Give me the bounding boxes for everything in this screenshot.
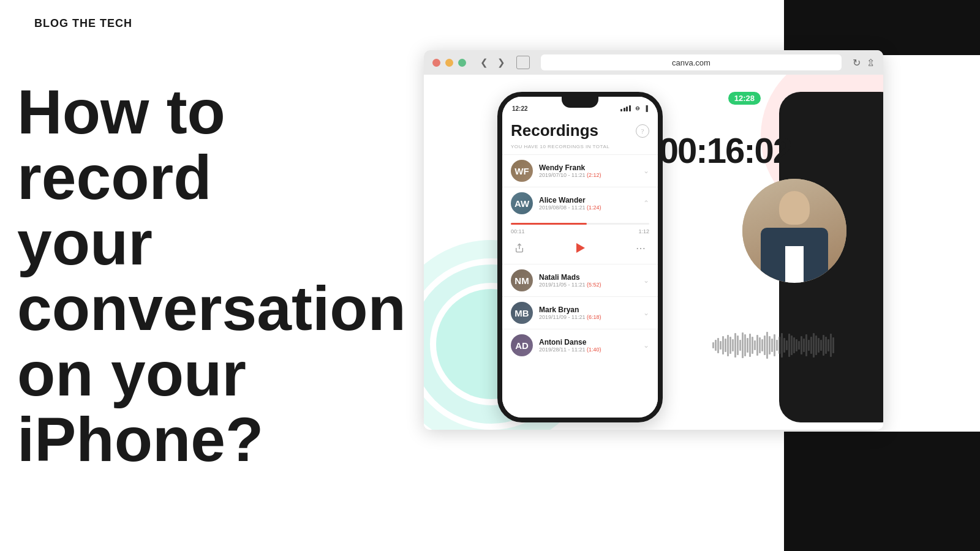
avatar-wendy: WF [511, 160, 533, 182]
waveform-bar [727, 335, 729, 356]
waveform-bar [788, 334, 790, 357]
recordings-count: YOU HAVE 10 RECORDINGS IN TOTAL [502, 144, 658, 154]
blog-title: BLOG THE TECH [34, 17, 132, 30]
headline-line2: your [17, 208, 153, 278]
progress-bar[interactable] [511, 223, 649, 225]
contact-name-wendy: Wendy Frank [539, 163, 643, 172]
avatar-natali: NM [511, 269, 533, 291]
suit-head [779, 191, 810, 225]
recording-item-mark[interactable]: MB Mark Bryan 2019/11/09 - 11:21 (6:18) … [502, 296, 658, 329]
browser-minimize-dot[interactable] [445, 59, 453, 67]
total-time: 1:12 [638, 228, 649, 234]
waveform-bar [774, 334, 775, 356]
headline-line1: How to record [17, 77, 225, 212]
browser-refresh-icon[interactable]: ↻ [853, 57, 861, 69]
waveform-bar [759, 337, 761, 353]
play-button[interactable] [570, 238, 590, 258]
waveform-bar [722, 336, 724, 354]
waveform-bar [712, 342, 714, 348]
browser-share-icon[interactable]: ⇫ [867, 57, 875, 69]
browser-back-button[interactable]: ❮ [477, 56, 491, 69]
waveform-bar [796, 339, 797, 351]
browser-url-text: canva.com [672, 58, 710, 67]
contact-date-antoni: 2019/28/11 - 11:21 (1:40) [539, 347, 643, 353]
contact-name-antoni: Antoni Danse [539, 338, 643, 347]
browser-content: 12:28 00:16:02 12:22 [424, 75, 883, 430]
chevron-mark: ⌄ [643, 309, 649, 317]
browser-tab-icon[interactable] [516, 56, 530, 69]
waveform-bar [781, 333, 783, 358]
headline-line3: conversation [17, 274, 406, 343]
waveform-bar [761, 339, 763, 351]
phone-mockup: 12:22 ⊖ ▐ Recordings ? YOU [497, 92, 663, 422]
contact-date-natali: 2019/11/05 - 11:21 (5:52) [539, 282, 643, 288]
contact-info-alice: Alice Wander 2019/08/08 - 11:21 (1:24) [539, 196, 643, 211]
player-controls: ⋯ [511, 238, 649, 258]
waveform-bar [832, 337, 834, 353]
waveform-bar [732, 339, 734, 351]
browser-window: ❮ ❯ canva.com ↻ ⇫ 12:28 00:16:02 [424, 50, 883, 430]
waveform-bar [715, 340, 717, 351]
waveform-bar [737, 335, 739, 355]
waveform-bar [827, 339, 829, 351]
contact-date-wendy: 2019/07/10 - 11:21 (2:12) [539, 172, 643, 178]
browser-forward-button[interactable]: ❯ [494, 56, 508, 69]
chevron-antoni: ⌄ [643, 341, 649, 350]
waveform-bar [729, 337, 731, 354]
waveform-bar [766, 332, 768, 359]
contact-name-alice: Alice Wander [539, 196, 643, 204]
audio-waveform [712, 332, 871, 381]
waveform-bar [739, 340, 741, 351]
recording-item-wendy[interactable]: WF Wendy Frank 2019/07/10 - 11:21 (2:12)… [502, 154, 658, 187]
browser-maximize-dot[interactable] [458, 59, 466, 67]
progress-fill [511, 223, 587, 225]
waveform-bar [756, 335, 758, 356]
ellipsis-icon: ⋯ [636, 242, 646, 254]
player-time-row: 00:11 1:12 [511, 228, 649, 234]
audio-player: 00:11 1:12 [502, 219, 658, 264]
waveform-bar [769, 336, 771, 354]
recording-item-antoni[interactable]: AD Antoni Danse 2019/28/11 - 11:21 (1:40… [502, 329, 658, 361]
recording-item-natali[interactable]: NM Natali Mads 2019/11/05 - 11:21 (5:52)… [502, 264, 658, 296]
headline-line4: on your [17, 339, 246, 409]
waveform-bar [720, 341, 722, 350]
contact-info-natali: Natali Mads 2019/11/05 - 11:21 (5:52) [539, 273, 643, 288]
phone-content: Recordings ? YOU HAVE 10 RECORDINGS IN T… [502, 114, 658, 418]
more-options-button[interactable]: ⋯ [632, 239, 649, 257]
current-time: 00:11 [511, 228, 525, 234]
timer-badge: 12:28 [728, 92, 761, 105]
waveform-bar [747, 338, 748, 353]
recording-expanded-alice: AW Alice Wander 2019/08/08 - 11:21 (1:24… [502, 187, 658, 264]
signal-bar-1 [620, 109, 622, 111]
waveform-bar [742, 332, 744, 358]
waveform-bar [825, 337, 827, 354]
contact-name-natali: Natali Mads [539, 273, 643, 282]
headline-line5: iPhone? [17, 405, 263, 474]
browser-close-dot[interactable] [432, 59, 440, 67]
chevron-alice: ⌃ [643, 199, 649, 208]
waveform-bar [725, 339, 726, 352]
waveform-bar [798, 341, 800, 350]
signal-bar-4 [629, 105, 631, 111]
waveform-bar [771, 339, 773, 352]
phone-notch [562, 97, 598, 108]
contact-info-wendy: Wendy Frank 2019/07/10 - 11:21 (2:12) [539, 163, 643, 178]
waveform-bar [734, 333, 736, 358]
contact-name-mark: Mark Bryan [539, 305, 643, 314]
signal-bar-2 [624, 108, 625, 111]
profile-figure [742, 179, 846, 283]
suit-shirt [785, 246, 804, 283]
browser-address-bar[interactable]: canva.com [541, 54, 842, 70]
waveform-bar [744, 334, 746, 356]
contact-date-alice: 2019/08/08 - 11:21 (1:24) [539, 204, 643, 211]
waveform-bar [808, 340, 810, 351]
help-icon[interactable]: ? [636, 124, 649, 138]
share-button[interactable] [511, 239, 528, 257]
recording-item-alice[interactable]: AW Alice Wander 2019/08/08 - 11:21 (1:24… [502, 187, 658, 219]
waveform-bar [754, 340, 756, 350]
waveform-bar [752, 337, 753, 354]
call-timer: 00:16:02 [659, 130, 791, 171]
waveform-bar [813, 333, 815, 358]
contact-profile-image [742, 179, 846, 283]
avatar-antoni: AD [511, 334, 533, 356]
